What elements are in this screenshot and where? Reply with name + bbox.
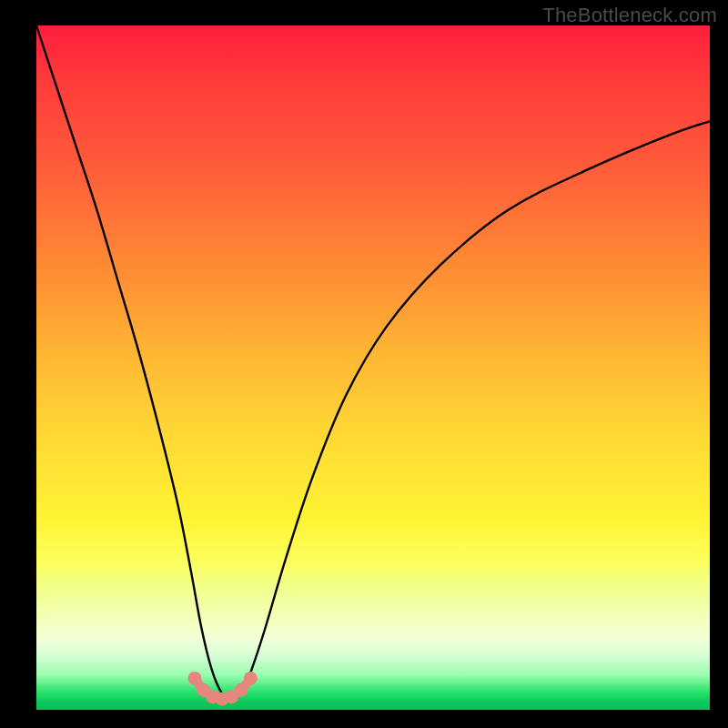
plot-area [36,25,710,710]
highlight-dot [234,683,248,697]
watermark: TheBottleneck.com [542,4,717,27]
highlight-dot [244,672,258,685]
bottom-highlight-dots [187,672,257,706]
highlight-dot [187,672,201,685]
chart-frame: TheBottleneck.com [0,0,728,728]
curve-layer [36,25,710,710]
bottleneck-curve [36,25,710,700]
